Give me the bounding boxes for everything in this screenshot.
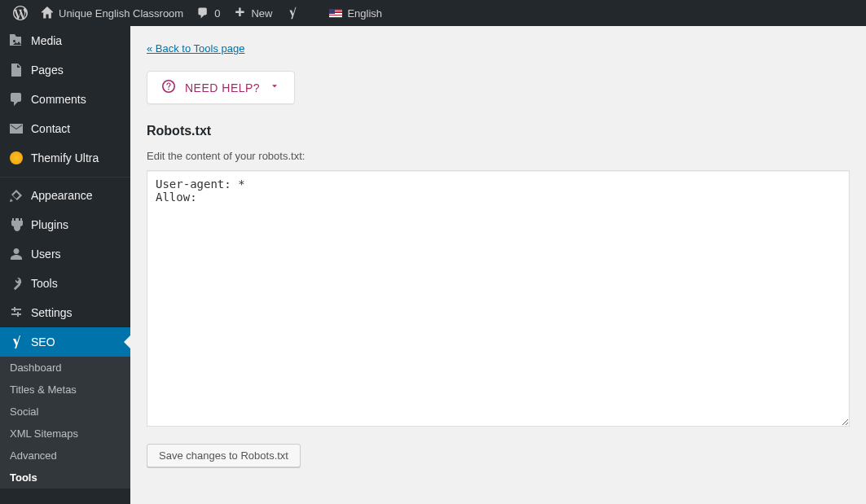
sidebar-label: Users bbox=[31, 248, 61, 261]
section-title: Robots.txt bbox=[147, 124, 850, 138]
new-label: New bbox=[251, 7, 272, 20]
appearance-icon bbox=[8, 187, 24, 204]
seo-icon bbox=[8, 334, 24, 350]
sidebar-item-plugins[interactable]: Plugins bbox=[0, 210, 130, 239]
sidebar-item-users[interactable]: Users bbox=[0, 239, 130, 269]
sidebar-label: Comments bbox=[31, 93, 86, 106]
mail-icon bbox=[8, 121, 24, 137]
yoast-link[interactable] bbox=[279, 0, 306, 26]
submenu-dashboard[interactable]: Dashboard bbox=[0, 357, 130, 379]
comments-count: 0 bbox=[214, 7, 220, 20]
chevron-down-icon bbox=[270, 81, 279, 94]
sidebar-label: Contact bbox=[31, 122, 70, 135]
sidebar-label: Themify Ultra bbox=[31, 151, 99, 164]
yoast-icon bbox=[285, 6, 300, 20]
save-robots-button[interactable]: Save changes to Robots.txt bbox=[147, 444, 301, 467]
svg-point-1 bbox=[168, 89, 169, 90]
sidebar-label: SEO bbox=[31, 335, 55, 348]
submenu-tools[interactable]: Tools bbox=[0, 467, 130, 484]
robots-txt-editor[interactable] bbox=[147, 170, 850, 427]
media-icon bbox=[8, 33, 24, 49]
plus-icon bbox=[233, 7, 246, 20]
admin-sidebar: Media Pages Comments Contact Themify Ult… bbox=[0, 26, 130, 484]
new-content-link[interactable]: New bbox=[226, 0, 279, 26]
language-switcher[interactable]: English bbox=[323, 0, 389, 26]
submenu-social[interactable]: Social bbox=[0, 401, 130, 423]
admin-toolbar: Unique English Classroom 0 New English bbox=[0, 0, 866, 26]
comment-icon bbox=[196, 7, 209, 20]
submenu-titles-metas[interactable]: Titles & Metas bbox=[0, 379, 130, 401]
need-help-button[interactable]: NEED HELP? bbox=[147, 71, 295, 104]
comments-link[interactable]: 0 bbox=[190, 0, 226, 26]
settings-icon bbox=[8, 305, 24, 321]
tools-icon bbox=[8, 275, 24, 291]
submenu-xml-sitemaps[interactable]: XML Sitemaps bbox=[0, 423, 130, 445]
comments-icon bbox=[8, 91, 24, 107]
sidebar-item-media[interactable]: Media bbox=[0, 26, 130, 55]
sidebar-item-appearance[interactable]: Appearance bbox=[0, 181, 130, 210]
us-flag-icon bbox=[329, 9, 342, 18]
themify-icon bbox=[8, 150, 24, 166]
sidebar-item-comments[interactable]: Comments bbox=[0, 85, 130, 114]
section-description: Edit the content of your robots.txt: bbox=[147, 150, 850, 162]
sidebar-label: Pages bbox=[31, 64, 64, 77]
plugins-icon bbox=[8, 217, 24, 233]
home-icon bbox=[41, 7, 54, 20]
sidebar-submenu-seo: Dashboard Titles & Metas Social XML Site… bbox=[0, 357, 130, 484]
sidebar-item-pages[interactable]: Pages bbox=[0, 55, 130, 85]
sidebar-label: Tools bbox=[31, 277, 58, 290]
question-circle-icon bbox=[162, 80, 175, 95]
sidebar-label: Settings bbox=[31, 306, 73, 319]
language-label: English bbox=[347, 7, 382, 20]
help-button-label: NEED HELP? bbox=[185, 81, 260, 94]
site-title: Unique English Classroom bbox=[59, 7, 183, 20]
sidebar-item-themify[interactable]: Themify Ultra bbox=[0, 143, 130, 173]
pages-icon bbox=[8, 62, 24, 78]
sidebar-item-contact[interactable]: Contact bbox=[0, 114, 130, 143]
users-icon bbox=[8, 246, 24, 262]
wordpress-menu[interactable] bbox=[7, 0, 34, 26]
sidebar-item-seo[interactable]: SEO bbox=[0, 327, 130, 357]
wordpress-icon bbox=[13, 6, 28, 20]
sidebar-label: Plugins bbox=[31, 218, 68, 231]
sidebar-item-settings[interactable]: Settings bbox=[0, 298, 130, 327]
sidebar-label: Appearance bbox=[31, 189, 93, 202]
site-home-link[interactable]: Unique English Classroom bbox=[34, 0, 190, 26]
sidebar-label: Media bbox=[31, 34, 62, 47]
submenu-advanced[interactable]: Advanced bbox=[0, 445, 130, 467]
back-to-tools-link[interactable]: « Back to Tools page bbox=[147, 42, 244, 55]
main-content: « Back to Tools page NEED HELP? Robots.t… bbox=[130, 26, 866, 484]
sidebar-item-tools[interactable]: Tools bbox=[0, 269, 130, 298]
